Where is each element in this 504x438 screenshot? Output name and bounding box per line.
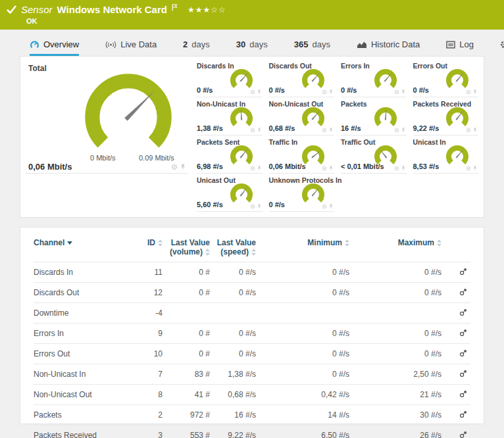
pin-icon[interactable] — [401, 128, 406, 133]
edit-channel-icon[interactable] — [459, 350, 468, 359]
pin-icon[interactable] — [257, 166, 262, 171]
pin-icon[interactable] — [257, 89, 262, 95]
minimum-cell: 0 #/s — [256, 344, 349, 364]
gear-icon[interactable] — [394, 166, 399, 171]
table-row[interactable]: Discards Out 12 0 # 0 #/s 0 #/s 0 #/s — [34, 283, 470, 303]
edit-channel-icon[interactable] — [459, 411, 468, 420]
table-row[interactable]: Downtime -4 — [34, 303, 470, 324]
gear-icon[interactable] — [250, 128, 255, 133]
mini-gauge-cell[interactable]: Errors In 0 #/s — [341, 59, 407, 97]
minimum-cell: 14 #/s — [256, 405, 349, 426]
gear-icon[interactable] — [322, 89, 327, 95]
gear-icon[interactable] — [250, 204, 255, 209]
last-value-speed-cell — [210, 303, 256, 324]
gear-icon[interactable] — [250, 89, 255, 95]
pin-icon[interactable] — [328, 166, 334, 171]
gear-icon[interactable] — [322, 166, 327, 171]
pin-icon[interactable] — [328, 204, 334, 209]
total-gauge-min-label: 0 Mbit/s — [90, 154, 116, 162]
tab-historic-data[interactable]: Historic Data — [357, 39, 420, 56]
mini-gauge-cell[interactable]: Unicast In 8,53 #/s — [413, 135, 479, 174]
column-header-id[interactable]: ID — [124, 234, 163, 262]
edit-channel-icon[interactable] — [459, 431, 468, 438]
pin-icon[interactable] — [472, 166, 478, 171]
column-header-last-value-volume[interactable]: Last Value (volume) — [163, 234, 210, 262]
pin-icon[interactable] — [472, 89, 478, 95]
tab-log[interactable]: Log — [446, 39, 474, 56]
gear-icon[interactable] — [466, 166, 471, 171]
pin-icon[interactable] — [401, 89, 406, 95]
gear-icon[interactable] — [322, 204, 327, 209]
mini-gauge-cell[interactable]: Packets Received 9,22 #/s — [413, 97, 479, 135]
mini-gauge-value: 1,38 #/s — [197, 124, 223, 132]
column-header-minimum[interactable]: Minimum — [256, 234, 349, 262]
table-row[interactable]: Non-Unicast In 7 83 # 1,38 #/s 0 #/s 2,5… — [34, 364, 470, 385]
gear-icon[interactable] — [322, 128, 327, 133]
tab-365-days[interactable]: 365 days — [294, 39, 330, 56]
edit-channel-icon[interactable] — [459, 329, 468, 339]
edit-channel-icon[interactable] — [459, 391, 468, 400]
gear-icon[interactable] — [250, 166, 255, 171]
mini-gauge-cell[interactable]: Non-Unicast In 1,38 #/s — [197, 97, 263, 135]
mini-gauge-value: < 0,01 Mbit/s — [341, 162, 384, 170]
tab-settings[interactable]: Settings — [500, 39, 504, 56]
pin-icon[interactable] — [257, 128, 262, 133]
gear-icon[interactable] — [394, 89, 399, 95]
mini-gauge-value: 0 #/s — [269, 86, 285, 94]
pin-icon[interactable] — [328, 89, 334, 95]
flag-icon[interactable] — [172, 4, 178, 11]
last-value-volume-cell: 553 # — [163, 426, 210, 438]
table-row[interactable]: Errors In 9 0 # 0 #/s 0 #/s 0 #/s — [34, 324, 470, 344]
pin-icon[interactable] — [257, 204, 262, 209]
table-row[interactable]: Errors Out 10 0 # 0 #/s 0 #/s 0 #/s — [34, 344, 470, 364]
total-gauge-cell[interactable]: Total 0 Mbit/s 0.09 Mbit/s 0,06 Mbit/s — [26, 59, 188, 174]
column-header-last-value-speed[interactable]: Last Value (speed) — [210, 234, 256, 262]
channel-name-cell: Non-Unicast In — [34, 364, 124, 385]
edit-channel-icon[interactable] — [459, 268, 468, 278]
table-row[interactable]: Packets Received 3 553 # 9,22 #/s 6,50 #… — [34, 426, 470, 438]
tab-2-days[interactable]: 2 days — [183, 39, 210, 56]
edit-channel-icon[interactable] — [459, 289, 468, 298]
table-row[interactable]: Discards In 11 0 # 0 #/s 0 #/s 0 #/s — [34, 262, 470, 283]
mini-gauge-cell[interactable]: Traffic In 0,06 Mbit/s — [269, 135, 335, 174]
edit-channel-icon[interactable] — [459, 370, 468, 379]
pin-icon[interactable] — [472, 128, 478, 133]
table-row[interactable]: Packets 2 972 # 16 #/s 14 #/s 30 #/s — [34, 405, 470, 426]
total-gauge-needle — [124, 89, 156, 120]
gauges-panel: Total 0 Mbit/s 0.09 Mbit/s 0,06 Mbit/s D… — [20, 56, 484, 218]
gear-icon[interactable] — [466, 128, 471, 133]
table-row[interactable]: Non-Unicast Out 8 41 # 0,68 #/s 0,42 #/s… — [34, 385, 470, 405]
tab-label-number: 365 — [294, 39, 309, 49]
gear-icon[interactable] — [394, 128, 399, 133]
mini-gauge-cell[interactable]: Packets Sent 6,98 #/s — [197, 135, 263, 174]
mini-gauge-cell[interactable]: Traffic Out < 0,01 Mbit/s — [341, 135, 407, 174]
edit-channel-icon[interactable] — [459, 309, 468, 318]
maximum-cell: 21 #/s — [349, 385, 441, 405]
pin-icon[interactable] — [401, 166, 406, 171]
mini-gauge-cell[interactable]: Discards Out 0 #/s — [269, 59, 335, 97]
channel-id-cell: 12 — [124, 283, 163, 303]
mini-gauge-cell[interactable]: Errors Out 0 #/s — [413, 59, 479, 97]
mini-gauge-cell[interactable]: Discards In 0 #/s — [197, 59, 263, 97]
pin-icon[interactable] — [180, 164, 186, 170]
mini-gauge-cell[interactable]: Unknown Protocols In 0 #/s — [269, 174, 335, 212]
column-label: ID — [147, 238, 155, 247]
last-value-speed-cell: 1,38 #/s — [210, 364, 256, 385]
gear-icon[interactable] — [466, 89, 471, 95]
gear-icon[interactable] — [171, 164, 178, 170]
tab-live-data[interactable]: Live Data — [105, 39, 157, 56]
mini-gauge-cell[interactable]: Non-Unicast Out 0,68 #/s — [269, 97, 335, 135]
mini-gauge-label: Errors Out — [413, 62, 448, 70]
column-label: Last Value — [217, 238, 256, 247]
minimum-cell: 6,50 #/s — [256, 426, 349, 438]
mini-gauge-cell[interactable]: Packets 16 #/s — [341, 97, 407, 135]
tab-30-days[interactable]: 30 days — [236, 39, 268, 56]
tab-overview[interactable]: Overview — [30, 39, 79, 56]
pin-icon[interactable] — [328, 128, 334, 133]
column-header-channel[interactable]: Channel — [34, 234, 124, 262]
minimum-cell — [256, 303, 349, 324]
mini-gauge-cell[interactable]: Unicast Out 5,60 #/s — [197, 174, 263, 212]
mini-gauge-value: 9,22 #/s — [413, 124, 440, 132]
priority-stars[interactable]: ★★★☆☆ — [188, 5, 226, 14]
column-header-maximum[interactable]: Maximum — [349, 234, 441, 262]
